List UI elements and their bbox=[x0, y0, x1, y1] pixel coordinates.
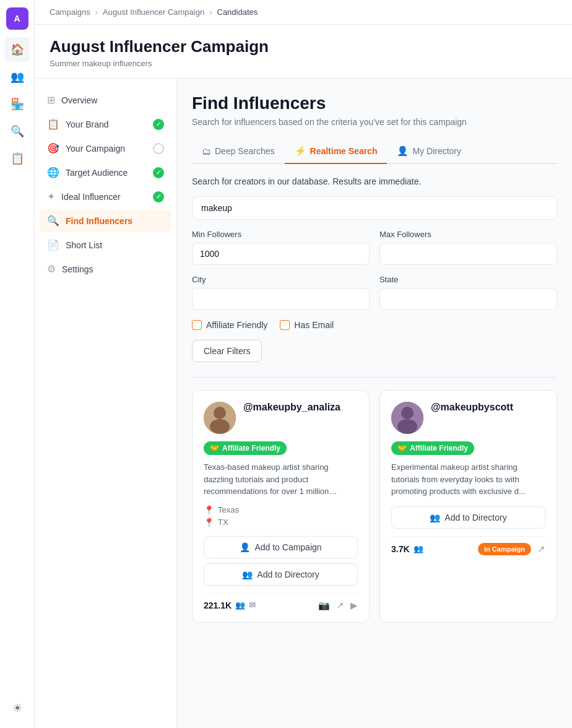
followers-number-scott: 3.7K bbox=[391, 544, 410, 554]
page-title: August Influencer Campaign bbox=[50, 37, 557, 56]
brand-icon: 📋 bbox=[47, 118, 59, 130]
username-analiza: @makeupby_analiza bbox=[243, 402, 340, 413]
youtube-icon-analiza[interactable]: ▶ bbox=[350, 600, 358, 611]
max-followers-input[interactable] bbox=[379, 243, 557, 265]
sidebar-item-target-audience[interactable]: 🌐 Target Audience ✓ bbox=[40, 161, 171, 184]
influencer-cards-grid: @makeupby_analiza 🤝 Affiliate Friendly T… bbox=[192, 390, 557, 623]
affiliate-label-scott: Affiliate Friendly bbox=[410, 444, 468, 453]
add-campaign-icon: 👤 bbox=[240, 542, 250, 552]
tab-my-directory[interactable]: 👤 My Directory bbox=[387, 139, 471, 164]
followers-number-analiza: 221.1K bbox=[204, 600, 232, 610]
brand-logo[interactable]: A bbox=[6, 7, 28, 30]
sidebar-label-brand: Your Brand bbox=[66, 119, 147, 129]
svg-point-2 bbox=[210, 419, 230, 434]
affiliate-friendly-checkbox[interactable]: Affiliate Friendly bbox=[192, 320, 267, 330]
card-actions-scott: 👥 Add to Directory bbox=[391, 506, 545, 529]
affiliate-friendly-label: Affiliate Friendly bbox=[206, 320, 267, 330]
add-to-campaign-button-analiza[interactable]: 👤 Add to Campaign bbox=[204, 536, 358, 558]
sidebar-label-ideal: Ideal Influencer bbox=[61, 192, 147, 202]
breadcrumb-campaigns[interactable]: Campaigns bbox=[50, 7, 90, 17]
followers-people-icon: 👥 bbox=[235, 600, 245, 610]
sidebar-item-your-brand[interactable]: 📋 Your Brand ✓ bbox=[40, 113, 171, 136]
sidebar-label-campaign: Your Campaign bbox=[66, 144, 147, 154]
bio-scott: Experimental makeup artist sharing tutor… bbox=[391, 461, 545, 498]
clear-filters-button[interactable]: Clear Filters bbox=[192, 340, 262, 362]
has-email-input[interactable] bbox=[280, 320, 290, 330]
card-footer-analiza: 221.1K 👥 ✉ 📷 ↗ ▶ bbox=[204, 593, 358, 611]
in-campaign-badge: In Campaign bbox=[478, 543, 531, 555]
find-influencers-subtitle: Search for influencers based on the crit… bbox=[192, 117, 557, 127]
min-followers-input[interactable] bbox=[192, 243, 370, 265]
nav-search[interactable]: 🔍 bbox=[5, 119, 30, 144]
sidebar-item-your-campaign[interactable]: 🎯 Your Campaign bbox=[40, 137, 171, 160]
affiliate-badge-scott: 🤝 Affiliate Friendly bbox=[391, 441, 474, 455]
footer-social-icons-analiza: 📷 ↗ ▶ bbox=[318, 600, 358, 611]
location-icon-1: 📍 bbox=[204, 505, 214, 515]
directory-icon: 👤 bbox=[397, 145, 409, 157]
share-icon-scott[interactable]: ↗ bbox=[537, 544, 545, 555]
breadcrumb-sep-1: › bbox=[95, 7, 98, 17]
audience-check-icon: ✓ bbox=[153, 167, 164, 178]
share-icon-analiza[interactable]: ↗ bbox=[336, 600, 344, 611]
add-to-directory-button-scott[interactable]: 👥 Add to Directory bbox=[391, 506, 545, 529]
username-scott: @makeupbyscott bbox=[431, 402, 513, 413]
tab-realtime-search[interactable]: ⚡ Realtime Search bbox=[285, 139, 388, 164]
deep-searches-icon: 🗂 bbox=[202, 146, 211, 157]
sidebar-label-audience: Target Audience bbox=[66, 168, 147, 178]
divider bbox=[192, 377, 557, 378]
sidebar-label-settings: Settings bbox=[62, 264, 164, 274]
left-nav: A 🏠 👥 🏪 🔍 📋 ☀ bbox=[0, 0, 35, 728]
avatar-analiza bbox=[204, 402, 236, 434]
sidebar-label-overview: Overview bbox=[61, 95, 164, 105]
sidebar-item-find-influencers[interactable]: 🔍 Find Influencers bbox=[40, 209, 171, 232]
sidebar-item-short-list[interactable]: 📄 Short List bbox=[40, 233, 171, 256]
affiliate-label-analiza: Affiliate Friendly bbox=[222, 444, 280, 453]
sidebar-item-ideal-influencer[interactable]: ✦ Ideal Influencer ✓ bbox=[40, 185, 171, 208]
city-text-analiza: Texas bbox=[218, 505, 239, 514]
tab-realtime-label: Realtime Search bbox=[310, 146, 378, 156]
settings-icon: ⚙ bbox=[47, 263, 56, 275]
overview-icon: ⊞ bbox=[47, 94, 55, 106]
tab-directory-label: My Directory bbox=[412, 146, 461, 156]
city-input[interactable] bbox=[192, 288, 370, 310]
add-directory-icon-2: 👥 bbox=[430, 513, 440, 522]
svg-point-1 bbox=[214, 407, 226, 419]
card-header-analiza: @makeupby_analiza bbox=[204, 402, 358, 434]
campaign-empty-icon bbox=[153, 143, 164, 154]
campaign-icon: 🎯 bbox=[47, 142, 59, 154]
breadcrumb-campaign[interactable]: August Influencer Campaign bbox=[103, 7, 204, 17]
affiliate-badge-analiza: 🤝 Affiliate Friendly bbox=[204, 441, 287, 455]
follower-count-analiza: 221.1K 👥 ✉ bbox=[204, 600, 256, 610]
tab-deep-searches[interactable]: 🗂 Deep Searches bbox=[192, 140, 285, 164]
nav-home[interactable]: 🏠 bbox=[5, 37, 30, 62]
breadcrumb: Campaigns › August Influencer Campaign ›… bbox=[35, 0, 572, 25]
add-directory-icon-1: 👥 bbox=[242, 570, 253, 579]
sidebar-item-overview[interactable]: ⊞ Overview bbox=[40, 89, 171, 111]
breadcrumb-sep-2: › bbox=[209, 7, 212, 17]
state-input[interactable] bbox=[379, 288, 557, 310]
nav-list[interactable]: 📋 bbox=[5, 146, 30, 171]
instagram-icon-analiza[interactable]: 📷 bbox=[318, 600, 330, 611]
sidebar-item-settings[interactable]: ⚙ Settings bbox=[40, 258, 171, 280]
nav-store[interactable]: 🏪 bbox=[5, 92, 30, 116]
bio-analiza: Texas-based makeup artist sharing dazzli… bbox=[204, 461, 358, 498]
svg-point-5 bbox=[397, 419, 417, 434]
location-city-analiza: 📍 Texas bbox=[204, 505, 358, 515]
follower-count-scott: 3.7K 👥 bbox=[391, 544, 423, 554]
has-email-checkbox[interactable]: Has Email bbox=[280, 320, 334, 330]
search-description: Search for creators in our database. Res… bbox=[192, 176, 557, 186]
avatar-scott bbox=[391, 402, 423, 434]
affiliate-friendly-input[interactable] bbox=[192, 320, 202, 330]
affiliate-emoji: 🤝 bbox=[210, 444, 219, 453]
brand-check-icon: ✓ bbox=[153, 119, 164, 130]
add-campaign-label: Add to Campaign bbox=[254, 542, 321, 552]
add-to-directory-button-analiza[interactable]: 👥 Add to Directory bbox=[204, 563, 358, 586]
followers-people-icon-2: 👥 bbox=[414, 544, 423, 553]
card-actions-analiza: 👤 Add to Campaign 👥 Add to Directory bbox=[204, 536, 358, 586]
search-input[interactable] bbox=[192, 196, 557, 220]
nav-people[interactable]: 👥 bbox=[5, 64, 30, 89]
shortlist-icon: 📄 bbox=[47, 239, 59, 251]
nav-settings-bottom[interactable]: ☀ bbox=[5, 696, 30, 721]
realtime-icon: ⚡ bbox=[295, 145, 306, 157]
followers-filter-row: Min Followers Max Followers bbox=[192, 230, 557, 265]
